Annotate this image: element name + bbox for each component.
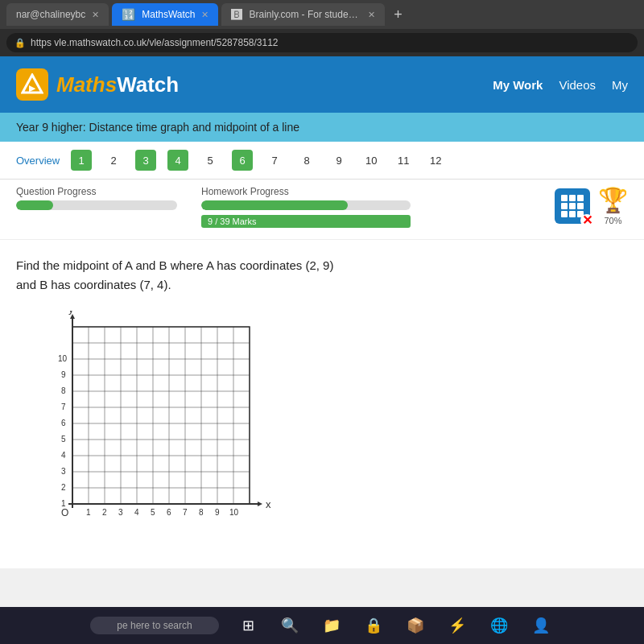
trophy-icon: 🏆 70%: [598, 186, 628, 225]
q-num-4[interactable]: 4: [167, 150, 188, 171]
taskbar-search[interactable]: pe here to search: [90, 617, 219, 634]
homework-progress-bar-inner: [201, 200, 348, 210]
svg-text:10: 10: [229, 508, 239, 517]
svg-text:3: 3: [61, 467, 66, 476]
question-line2: and B has coordinates (7, 4).: [16, 278, 171, 291]
svg-text:5: 5: [151, 508, 155, 517]
q-num-6[interactable]: 6: [232, 150, 253, 171]
tab-1-label: nar@chalineybc: [16, 9, 85, 20]
svg-text:8: 8: [199, 508, 204, 517]
taskbar-search-icon[interactable]: 🔍: [277, 613, 303, 638]
svg-text:7: 7: [61, 402, 66, 411]
coordinate-graph: x y O 1 2 3 4 5 6 7 8 9 10 1 2 3 4 5 6 7: [40, 311, 282, 552]
taskbar: pe here to search ⊞ 🔍 📁 🔒 📦 ⚡ 🌐 👤: [0, 607, 644, 644]
q-num-9[interactable]: 9: [328, 150, 349, 171]
tab-bar: nar@chalineybc ✕ 🔢 MathsWatch ✕ 🅱 Brainl…: [0, 0, 644, 29]
question-progress-label: Question Progress: [16, 186, 177, 197]
svg-text:10: 10: [58, 354, 68, 363]
taskbar-dropbox-icon[interactable]: 📦: [402, 613, 428, 638]
nav-videos[interactable]: Videos: [559, 78, 596, 92]
mw-logo-svg: ▶: [21, 73, 43, 96]
logo-maths: Maths: [56, 72, 117, 97]
homework-progress-bar-outer: [201, 200, 411, 210]
svg-text:3: 3: [118, 508, 123, 517]
lock-icon: 🔒: [14, 38, 26, 48]
calc-cell: [569, 211, 576, 217]
homework-progress-block: Homework Progress 9 / 39 Marks: [201, 186, 411, 228]
brainly-favicon: 🅱: [231, 8, 242, 21]
taskbar-bolt-icon[interactable]: ⚡: [444, 613, 470, 638]
svg-text:2: 2: [61, 483, 66, 492]
tab-2-label: MathsWatch: [142, 9, 195, 20]
calculator-icon: ✕: [555, 188, 590, 224]
q-num-7[interactable]: 7: [264, 150, 285, 171]
overview-link[interactable]: Overview: [16, 155, 60, 167]
calc-cell: [577, 203, 584, 209]
tab-2[interactable]: 🔢 MathsWatch ✕: [112, 3, 218, 26]
mw-logo: ▶ MathsWatch: [16, 68, 179, 101]
y-axis-label: y: [68, 311, 74, 315]
new-tab-button[interactable]: +: [388, 5, 407, 24]
tab-3-label: Brainly.com - For students. By s: [249, 9, 361, 20]
svg-text:1: 1: [86, 508, 91, 517]
svg-text:2: 2: [102, 508, 107, 517]
trophy-emoji: 🏆: [598, 186, 628, 214]
tab-3-close[interactable]: ✕: [368, 10, 375, 20]
nav-my[interactable]: My: [612, 78, 628, 92]
calc-cell: [561, 211, 568, 217]
q-num-2[interactable]: 2: [103, 150, 124, 171]
question-line1: Find the midpoint of A and B where A has…: [16, 258, 333, 272]
browser-chrome: nar@chalineybc ✕ 🔢 MathsWatch ✕ 🅱 Brainl…: [0, 0, 644, 56]
mw-logo-text: MathsWatch: [56, 72, 179, 97]
calc-x-badge: ✕: [580, 214, 593, 227]
svg-text:5: 5: [61, 435, 66, 444]
nav-my-work[interactable]: My Work: [493, 78, 543, 92]
svg-text:1: 1: [61, 499, 66, 508]
q-num-10[interactable]: 10: [361, 150, 382, 171]
address-bar-row: 🔒 https vle.mathswatch.co.uk/vle/assignm…: [0, 29, 644, 56]
calc-grid: [561, 195, 584, 217]
taskbar-files-icon[interactable]: 📁: [319, 613, 345, 638]
x-axis-label: x: [266, 498, 271, 510]
taskbar-windows-icon[interactable]: ⊞: [235, 613, 261, 638]
x-axis-arrow: [258, 502, 262, 506]
q-num-3[interactable]: 3: [135, 150, 156, 171]
calc-cell: [561, 203, 568, 209]
q-num-11[interactable]: 11: [393, 150, 414, 171]
q-num-5[interactable]: 5: [200, 150, 221, 171]
taskbar-lock-icon[interactable]: 🔒: [361, 613, 386, 638]
tab-1-close[interactable]: ✕: [92, 10, 99, 20]
svg-text:8: 8: [61, 386, 66, 395]
mw-nav: My Work Videos My: [493, 78, 628, 92]
calc-cell: [569, 203, 576, 209]
mw-logo-icon: ▶: [16, 68, 48, 101]
logo-watch: Watch: [117, 72, 179, 97]
question-area: Find the midpoint of A and B where A has…: [0, 240, 644, 303]
q-num-8[interactable]: 8: [296, 150, 317, 171]
svg-text:7: 7: [183, 508, 188, 517]
svg-text:9: 9: [215, 508, 220, 517]
origin-label: O: [61, 507, 68, 518]
url-text: https vle.mathswatch.co.uk/vle/assignmen…: [31, 37, 279, 48]
tab-2-close[interactable]: ✕: [201, 10, 208, 20]
taskbar-browser-icon[interactable]: 🌐: [486, 613, 512, 638]
calc-cell: [561, 195, 568, 201]
q-num-1[interactable]: 1: [71, 150, 92, 171]
question-progress-bar-inner: [16, 200, 53, 210]
q-num-12[interactable]: 12: [425, 150, 446, 171]
svg-rect-25: [72, 327, 250, 504]
page-content: ▶ MathsWatch My Work Videos My Year 9 hi…: [0, 56, 644, 644]
address-bar[interactable]: 🔒 https vle.mathswatch.co.uk/vle/assignm…: [6, 33, 638, 52]
mw-header: ▶ MathsWatch My Work Videos My: [0, 56, 644, 113]
taskbar-user-icon[interactable]: 👤: [528, 613, 554, 638]
calc-cell: [577, 195, 584, 201]
question-progress-bar-outer: [16, 200, 177, 210]
tab-3[interactable]: 🅱 Brainly.com - For students. By s ✕: [221, 3, 385, 26]
svg-text:6: 6: [61, 419, 66, 427]
tab-1[interactable]: nar@chalineybc ✕: [6, 3, 109, 26]
homework-progress-label: Homework Progress: [201, 186, 411, 197]
mathswatch-favicon: 🔢: [122, 8, 135, 21]
graph-area: x y O 1 2 3 4 5 6 7 8 9 10 1 2 3 4 5 6 7: [0, 303, 644, 568]
question-progress-block: Question Progress: [16, 186, 177, 210]
svg-text:4: 4: [134, 508, 139, 517]
